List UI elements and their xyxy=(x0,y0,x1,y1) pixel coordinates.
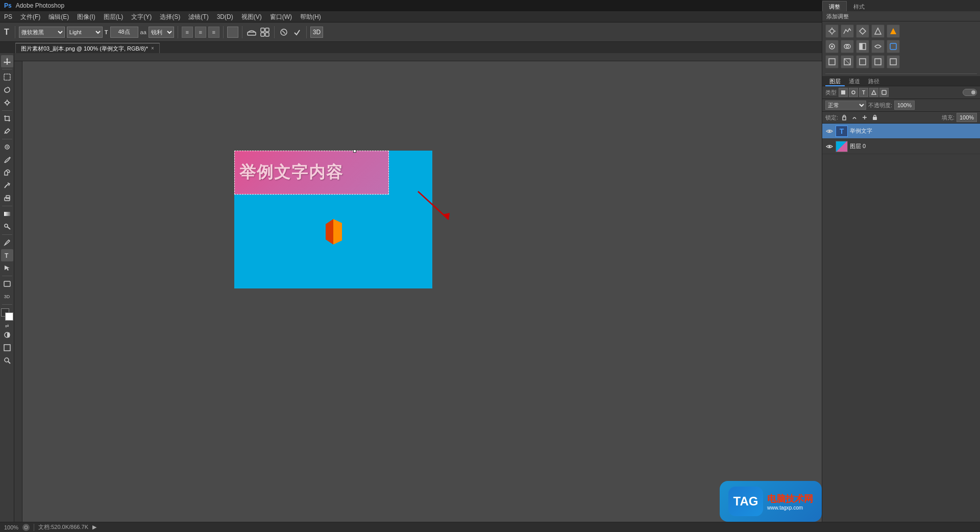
move-tool[interactable] xyxy=(1,55,13,67)
eyedropper-tool[interactable] xyxy=(1,125,13,137)
toggle-3d-button[interactable]: 3D xyxy=(310,27,323,38)
quick-mask-tool[interactable] xyxy=(1,329,13,341)
menu-ps[interactable]: PS xyxy=(0,11,16,22)
align-left-button[interactable]: ≡ xyxy=(182,27,193,38)
exposure-adj-icon[interactable] xyxy=(871,25,885,38)
channel-mixer-adj-icon[interactable] xyxy=(887,40,900,53)
menu-select[interactable]: 选择(S) xyxy=(156,11,184,22)
layer-row-text[interactable]: T 举例文字 xyxy=(822,124,980,139)
clone-stamp-tool[interactable] xyxy=(1,166,13,179)
lock-image-button[interactable] xyxy=(850,113,859,122)
magic-wand-tool[interactable] xyxy=(1,96,13,109)
svg-rect-59 xyxy=(843,117,846,120)
filter-shape-button[interactable] xyxy=(869,88,878,97)
eraser-tool[interactable] xyxy=(1,192,13,204)
brightness-adj-icon[interactable] xyxy=(825,25,839,38)
healing-brush-tool[interactable] xyxy=(1,141,13,153)
brush-tool[interactable] xyxy=(1,154,13,166)
font-family-select[interactable]: 微软雅黑 xyxy=(19,27,65,38)
text-tool[interactable]: T xyxy=(1,249,13,261)
canvas-text-content[interactable]: 举例文字内容 xyxy=(239,161,344,184)
history-brush-tool[interactable] xyxy=(1,179,13,191)
lock-position-button[interactable] xyxy=(861,113,869,122)
fill-label: 填充: xyxy=(942,114,954,122)
tab-close-button[interactable]: × xyxy=(151,43,154,54)
zoom-tool[interactable] xyxy=(1,354,13,367)
lock-transparent-button[interactable] xyxy=(840,113,848,122)
filter-pixel-button[interactable] xyxy=(839,88,848,97)
filter-adjustment-button[interactable] xyxy=(849,88,858,97)
pen-tool[interactable] xyxy=(1,236,13,249)
warp-text-button[interactable] xyxy=(246,27,257,38)
foreground-color[interactable] xyxy=(1,308,13,321)
layers-panel-header: 图层 通道 路径 xyxy=(822,76,980,86)
photo-filter-adj-icon[interactable] xyxy=(871,40,885,53)
swap-colors-button[interactable]: ⇄ xyxy=(5,323,9,328)
levels-adj-icon[interactable] xyxy=(841,25,854,38)
opacity-input[interactable] xyxy=(894,101,915,110)
svg-line-6 xyxy=(282,31,285,34)
tab-paths[interactable]: 路径 xyxy=(864,76,884,86)
layer-row-image[interactable]: 图层 0 xyxy=(822,139,980,154)
text-options-button[interactable] xyxy=(259,27,271,38)
layer-visibility-toggle-image[interactable] xyxy=(825,142,834,151)
dodge-tool[interactable] xyxy=(1,221,13,233)
rectangle-shape-tool[interactable] xyxy=(1,278,13,290)
lock-all-button[interactable] xyxy=(871,113,879,122)
tab-styles[interactable]: 样式 xyxy=(847,1,871,11)
menu-layer[interactable]: 图层(L) xyxy=(100,11,128,22)
confirm-transform-button[interactable] xyxy=(291,27,303,38)
menu-view[interactable]: 视图(V) xyxy=(237,11,266,22)
gradient-tool[interactable] xyxy=(1,208,13,220)
menu-edit[interactable]: 编辑(E) xyxy=(44,11,73,22)
menu-image[interactable]: 图像(I) xyxy=(73,11,99,22)
color-balance-adj-icon[interactable] xyxy=(841,40,854,53)
blend-mode-select[interactable]: 正常 xyxy=(825,101,866,110)
menu-filter[interactable]: 滤镜(T) xyxy=(184,11,212,22)
text-color-swatch[interactable] xyxy=(227,27,238,38)
svg-marker-40 xyxy=(875,28,881,34)
vibrance-adj-icon[interactable] xyxy=(887,25,900,38)
posterize-adj-icon[interactable] xyxy=(856,55,869,68)
active-tab[interactable]: 图片素材03_副本.png @ 100% (举例文字, RGB/8)* × xyxy=(15,43,160,53)
layers-filter-toggle[interactable] xyxy=(963,89,977,96)
font-size-input[interactable] xyxy=(110,27,138,38)
canvas-rotation-indicator[interactable] xyxy=(22,524,30,531)
threshold-adj-icon[interactable] xyxy=(871,55,885,68)
crop-tool[interactable] xyxy=(1,112,13,125)
gradient-map-adj-icon[interactable] xyxy=(887,55,900,68)
font-style-select[interactable]: Light xyxy=(67,27,103,38)
invert-adj-icon[interactable] xyxy=(841,55,854,68)
curves-adj-icon[interactable] xyxy=(856,25,869,38)
menu-help[interactable]: 帮助(H) xyxy=(296,11,325,22)
svg-rect-27 xyxy=(4,345,10,351)
tab-adjustments[interactable]: 调整 xyxy=(822,1,847,11)
screen-mode-button[interactable] xyxy=(1,342,13,354)
tab-layers[interactable]: 图层 xyxy=(825,76,845,86)
lasso-tool[interactable] xyxy=(1,84,13,96)
hue-saturation-adj-icon[interactable] xyxy=(825,40,839,53)
fill-input[interactable] xyxy=(957,113,977,122)
black-white-adj-icon[interactable] xyxy=(856,40,869,53)
menu-file[interactable]: 文件(F) xyxy=(16,11,44,22)
cancel-transform-button[interactable] xyxy=(278,27,289,38)
layer-thumbnail-text: T xyxy=(836,126,848,137)
antialiasing-select[interactable]: 锐利 xyxy=(149,27,174,38)
text-layer-banner[interactable]: 举例文字内容 xyxy=(234,151,389,195)
menu-text[interactable]: 文字(Y) xyxy=(127,11,156,22)
align-center-button[interactable]: ≡ xyxy=(195,27,206,38)
document-canvas[interactable]: 举例文字内容 xyxy=(234,151,432,288)
status-arrow[interactable]: ▶ xyxy=(92,524,96,530)
filter-smartobject-button[interactable] xyxy=(879,88,889,97)
menu-3d[interactable]: 3D(D) xyxy=(213,11,237,22)
color-lookup-adj-icon[interactable] xyxy=(825,55,839,68)
rectangle-select-tool[interactable] xyxy=(1,71,13,83)
path-select-tool[interactable] xyxy=(1,262,13,274)
filter-type-button[interactable]: T xyxy=(859,88,868,97)
tab-channels[interactable]: 通道 xyxy=(845,76,864,86)
menu-window[interactable]: 窗口(W) xyxy=(266,11,296,22)
svg-rect-30 xyxy=(14,53,822,61)
align-right-button[interactable]: ≡ xyxy=(208,27,219,38)
layer-visibility-toggle-text[interactable] xyxy=(825,127,834,135)
3d-object-tool[interactable]: 3D xyxy=(1,291,13,303)
